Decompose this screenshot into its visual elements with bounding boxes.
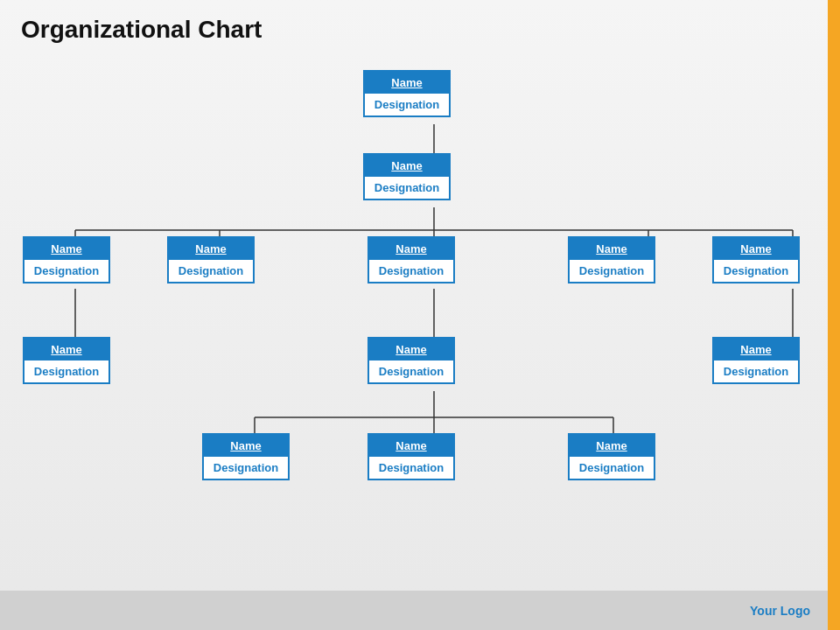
node-level5-3: Name Designation [568, 433, 673, 480]
node-level4-3: Name Designation [712, 337, 817, 384]
node-level3-5: Name Designation [712, 236, 817, 284]
gold-accent-bar [828, 0, 840, 630]
card-l3-2-name: Name [169, 238, 253, 260]
card-l5-3-designation: Designation [570, 457, 654, 479]
card-l3-5: Name Designation [712, 236, 800, 284]
card-l1-designation: Designation [365, 94, 449, 116]
card-l1: Name Designation [363, 70, 451, 117]
node-level3-2: Name Designation [167, 236, 272, 284]
card-l4-3-designation: Designation [714, 360, 798, 382]
card-l3-1-designation: Designation [24, 260, 108, 282]
card-l3-4-name: Name [570, 238, 654, 260]
card-l4-3-name: Name [714, 339, 798, 360]
card-l3-4: Name Designation [568, 236, 655, 284]
node-level1: Name Designation [363, 70, 477, 117]
header: Organizational Chart [21, 16, 262, 44]
card-l5-1-name: Name [204, 435, 288, 457]
card-l4-2-name: Name [369, 339, 453, 360]
card-l5-2-name: Name [369, 435, 453, 457]
card-l5-1: Name Designation [202, 433, 290, 480]
node-level4-2: Name Designation [368, 337, 472, 384]
card-l2: Name Designation [363, 153, 451, 200]
card-l5-2-designation: Designation [369, 457, 453, 479]
card-l5-3-name: Name [570, 435, 654, 457]
card-l3-3: Name Designation [368, 236, 455, 284]
card-l3-5-name: Name [714, 238, 798, 260]
card-l4-3: Name Designation [712, 337, 800, 384]
card-l4-1-name: Name [24, 339, 108, 360]
card-l3-4-designation: Designation [570, 260, 654, 282]
card-l4-2-designation: Designation [369, 360, 453, 382]
card-l3-1: Name Designation [23, 236, 110, 284]
card-l4-1-designation: Designation [24, 360, 108, 382]
card-l2-designation: Designation [365, 177, 449, 199]
connector-lines [14, 61, 826, 586]
card-l4-1: Name Designation [23, 337, 110, 384]
card-l3-3-name: Name [369, 238, 453, 260]
node-level3-3: Name Designation [368, 236, 472, 284]
node-level5-2: Name Designation [368, 433, 472, 480]
card-l3-5-designation: Designation [714, 260, 798, 282]
page-title: Organizational Chart [21, 16, 262, 44]
card-l5-3: Name Designation [568, 433, 655, 480]
card-l5-1-designation: Designation [204, 457, 288, 479]
logo: Your Logo [750, 604, 810, 618]
card-l3-2-designation: Designation [169, 260, 253, 282]
node-level3-4: Name Designation [568, 236, 673, 284]
card-l2-name: Name [365, 155, 449, 177]
footer: Your Logo [0, 591, 828, 630]
card-l5-2: Name Designation [368, 433, 455, 480]
node-level5-1: Name Designation [202, 433, 307, 480]
node-level4-1: Name Designation [23, 337, 128, 384]
card-l3-3-designation: Designation [369, 260, 453, 282]
card-l3-2: Name Designation [167, 236, 255, 284]
node-level3-1: Name Designation [23, 236, 128, 284]
card-l4-2: Name Designation [368, 337, 455, 384]
card-l1-name: Name [365, 72, 449, 94]
node-level2: Name Designation [363, 153, 477, 200]
org-chart-area: Name Designation Name Designation Name D… [14, 61, 826, 586]
card-l3-1-name: Name [24, 238, 108, 260]
